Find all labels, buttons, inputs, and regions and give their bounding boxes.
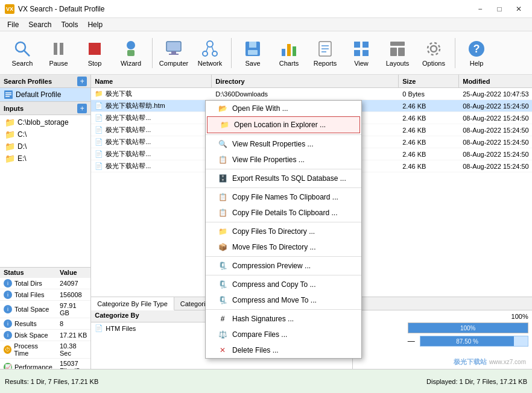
help-button[interactable]: ? Help (459, 34, 494, 72)
cell-name-3: 📄 极光下载站帮... (91, 125, 212, 135)
svg-line-1 (24, 51, 30, 56)
menu-help[interactable]: Help (83, 19, 107, 30)
view-button[interactable]: View (344, 34, 379, 72)
input-items: 📁 C:\blob_storage 📁 C:\ 📁 D:\ 📁 E:\ (0, 115, 90, 166)
menu-file[interactable]: File (2, 19, 24, 30)
col-header-dir[interactable]: Directory (212, 75, 399, 87)
status-row-5: ⏱Process Time 10.38 Sec (0, 341, 90, 359)
ctx-open-location[interactable]: 📁 Open Location in Explorer ... (207, 116, 360, 133)
save-button[interactable]: Save (235, 34, 270, 72)
status-label-1: iTotal Files (0, 289, 56, 301)
ctx-open-file-with[interactable]: 📂 Open File With ... (206, 101, 361, 116)
cell-name-1: 📄 极光下载站帮助.htm (91, 101, 212, 111)
stop-button[interactable]: Stop (77, 34, 112, 72)
result-row-0[interactable]: 📁 极光下载 D:\360Downloads 0 Bytes 25-Aug-20… (91, 88, 532, 100)
copy-names-icon: 📋 (218, 192, 227, 202)
computer-button[interactable]: Computer (156, 34, 191, 72)
cell-size-3: 2.46 KB (399, 126, 459, 134)
cell-mod-3: 08-Aug-2022 15:24:50 (459, 126, 532, 134)
col-header-size[interactable]: Size (399, 75, 459, 87)
maximize-button[interactable]: □ (491, 3, 508, 15)
search-button[interactable]: Search (5, 34, 40, 72)
ctx-copy-details[interactable]: 📋 Copy File Details To Clipboard ... (206, 205, 361, 221)
cell-name-5: 📄 极光下载站帮... (91, 149, 212, 159)
view-icon (352, 39, 371, 58)
result-props-icon: 🔍 (218, 139, 227, 149)
delete-icon: ✕ (218, 345, 227, 355)
ctx-sep-1 (206, 134, 361, 135)
open-file-icon: 📂 (218, 104, 227, 113)
ctx-copy-names[interactable]: 📋 Copy File Names To Clipboard ... (206, 189, 361, 205)
add-input-button[interactable]: + (77, 104, 87, 113)
ctx-compress-move[interactable]: 🗜️ Compress and Move To ... (206, 292, 361, 308)
pause-label: Pause (49, 60, 68, 67)
input-item-3[interactable]: 📁 E:\ (0, 152, 90, 165)
ctx-view-result-props[interactable]: 🔍 View Result Properties ... (206, 136, 361, 152)
status-icon-3: i (4, 319, 12, 328)
row-icon-3: 📄 (95, 126, 103, 134)
options-button[interactable]: Options (416, 34, 451, 72)
svg-rect-2 (54, 43, 57, 55)
network-button[interactable]: Network (192, 34, 227, 72)
input-item-0[interactable]: 📁 C:\blob_storage (0, 116, 90, 128)
reports-button[interactable]: Reports (308, 34, 343, 72)
cell-name-6: 📄 极光下载站帮... (91, 161, 212, 171)
row-icon-2: 📄 (95, 114, 103, 122)
status-label-6: 📈Performance (0, 359, 56, 369)
status-label-4: iDisk Space (0, 330, 56, 341)
status-value-6: 15037 Files/Sec (56, 359, 90, 369)
close-button[interactable]: ✕ (510, 3, 527, 15)
svg-text:?: ? (473, 43, 480, 55)
title-bar-left: VX VX Search - Default Profile (5, 4, 104, 14)
ctx-copy-to-dir[interactable]: 📁 Copy Files To Directory ... (206, 224, 361, 239)
row-icon-0: 📁 (95, 90, 103, 98)
menu-search[interactable]: Search (24, 19, 56, 30)
network-icon (200, 39, 220, 58)
ctx-sep-7 (206, 309, 361, 310)
charts-button[interactable]: Charts (271, 34, 306, 72)
copy-details-icon: 📋 (218, 208, 227, 218)
wizard-button[interactable]: Wizard (113, 34, 148, 72)
minimize-button[interactable]: − (472, 3, 489, 15)
status-value-4: 17.21 KB (56, 330, 90, 341)
ctx-compare-files[interactable]: ⚖️ Compare Files ... (206, 327, 361, 342)
progress-bar-row: — 87.50 % (408, 336, 528, 347)
help-icon: ? (467, 39, 486, 58)
window-controls: − □ ✕ (472, 3, 527, 15)
progress-inner: 100% (408, 323, 528, 333)
ctx-export-sql[interactable]: 🗄️ Export Results To SQL Database ... (206, 171, 361, 186)
ctx-move-to-dir[interactable]: 📦 Move Files To Directory ... (206, 239, 361, 255)
profile-item-default[interactable]: Default Profile (0, 88, 90, 101)
status-row-3: iResults 8 (0, 318, 90, 330)
add-profile-button[interactable]: + (77, 77, 87, 86)
cell-mod-2: 08-Aug-2022 15:24:50 (459, 114, 532, 122)
ctx-view-file-props[interactable]: 📋 View File Properties ... (206, 152, 361, 168)
status-row-6: 📈Performance 15037 Files/Sec (0, 359, 90, 369)
ctx-hash-sigs[interactable]: # Hash Signatures ... (206, 311, 361, 327)
ctx-compress-copy[interactable]: 🗜️ Compress and Copy To ... (206, 277, 361, 292)
cell-mod-0: 25-Aug-2022 10:47:53 (459, 90, 532, 98)
svg-rect-25 (354, 42, 360, 48)
toolbar-sep-2 (231, 38, 232, 68)
input-item-2[interactable]: 📁 D:\ (0, 140, 90, 152)
tab-categorize-type[interactable]: Categorize By File Type (91, 297, 174, 310)
menu-tools[interactable]: Tools (56, 19, 83, 30)
move-dir-icon: 📦 (218, 242, 227, 252)
status-bar: Results: 1 Dir, 7 Files, 17.21 KB Displa… (0, 369, 532, 393)
network-label: Network (198, 60, 222, 67)
ctx-delete-files[interactable]: ✕ Delete Files ... (206, 342, 361, 358)
col-header-modified[interactable]: Modified (459, 75, 532, 87)
row-icon-5: 📄 (95, 150, 103, 158)
layouts-button[interactable]: Layouts (380, 34, 415, 72)
folder-icon: 📁 (5, 154, 15, 163)
cell-size-0: 0 Bytes (399, 90, 459, 98)
input-item-1[interactable]: 📁 C:\ (0, 128, 90, 140)
progress-outer: 100% (408, 322, 528, 333)
cell-size-4: 2.46 KB (399, 138, 459, 146)
svg-point-5 (127, 41, 135, 49)
input-path-1: C:\ (17, 130, 27, 139)
input-path-0: C:\blob_storage (17, 118, 69, 127)
ctx-compression-preview[interactable]: 🗜️ Compression Preview ... (206, 258, 361, 274)
col-header-name[interactable]: Name (91, 75, 212, 87)
pause-button[interactable]: Pause (41, 34, 76, 72)
